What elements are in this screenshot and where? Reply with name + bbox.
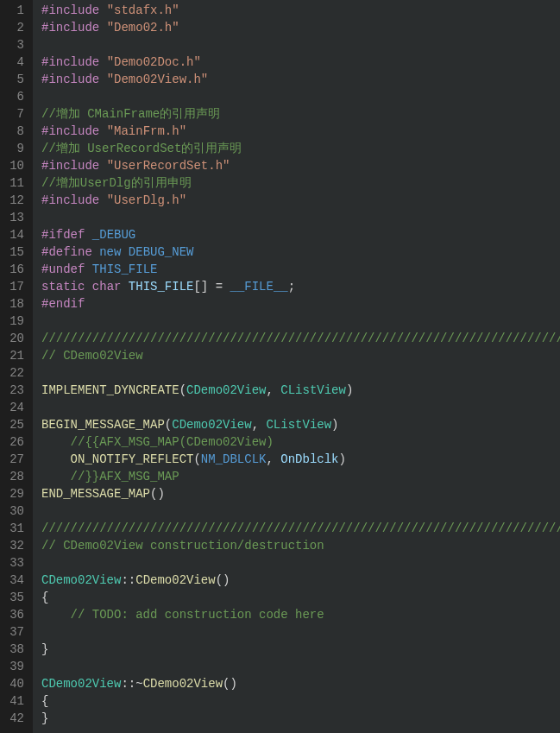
token-k: #include <box>41 124 99 138</box>
code-line[interactable]: // TODO: add construction code here <box>41 606 560 623</box>
code-line[interactable] <box>41 554 560 572</box>
code-line[interactable]: //{{AFX_MSG_MAP(CDemo02View) <box>41 433 560 451</box>
token-d: __FILE__ <box>230 280 287 294</box>
code-line[interactable]: // CDemo02View <box>41 347 560 364</box>
line-number[interactable]: 33 <box>3 554 24 572</box>
line-number[interactable]: 18 <box>3 295 24 313</box>
code-line[interactable]: #include "Demo02.h" <box>41 19 560 36</box>
token-f: BEGIN_MESSAGE_MAP <box>41 418 165 432</box>
code-line[interactable] <box>41 88 560 105</box>
code-line[interactable]: #include "UserDlg.h" <box>41 192 560 209</box>
line-number[interactable]: 5 <box>3 71 24 88</box>
code-line[interactable]: // CDemo02View construction/destruction <box>41 537 560 554</box>
line-number[interactable]: 31 <box>3 520 24 537</box>
code-line[interactable] <box>41 364 560 382</box>
code-line[interactable]: IMPLEMENT_DYNCREATE(CDemo02View, CListVi… <box>41 382 560 399</box>
line-number[interactable]: 6 <box>3 88 24 105</box>
line-number[interactable]: 15 <box>3 243 24 261</box>
line-number[interactable]: 14 <box>3 226 24 243</box>
line-number[interactable]: 39 <box>3 658 24 675</box>
code-line[interactable]: //增加 UserRecordSet的引用声明 <box>41 140 560 157</box>
code-line[interactable] <box>41 623 560 641</box>
code-line[interactable] <box>41 209 560 226</box>
code-line[interactable]: #endif <box>41 295 560 313</box>
token-f: CDemo02View <box>143 677 223 691</box>
code-line[interactable]: BEGIN_MESSAGE_MAP(CDemo02View, CListView… <box>41 416 560 433</box>
line-number[interactable]: 8 <box>3 123 24 140</box>
code-line[interactable] <box>41 502 560 520</box>
line-number[interactable]: 1 <box>3 2 24 19</box>
line-number[interactable]: 26 <box>3 433 24 451</box>
code-line[interactable]: } <box>41 710 560 727</box>
token-p: , <box>266 452 280 466</box>
line-number[interactable]: 2 <box>3 19 24 36</box>
code-line[interactable]: //增加 CMainFrame的引用声明 <box>41 105 560 123</box>
code-line[interactable]: #ifdef _DEBUG <box>41 226 560 243</box>
line-number[interactable]: 36 <box>3 606 24 623</box>
code-line[interactable]: #include "stdafx.h" <box>41 2 560 19</box>
line-number[interactable]: 11 <box>3 174 24 192</box>
code-line[interactable]: CDemo02View::CDemo02View() <box>41 572 560 589</box>
line-number[interactable]: 4 <box>3 54 24 71</box>
code-line[interactable]: #include "Demo02Doc.h" <box>41 54 560 71</box>
code-line[interactable]: ////////////////////////////////////////… <box>41 520 560 537</box>
line-number[interactable]: 28 <box>3 468 24 485</box>
line-number[interactable]: 40 <box>3 675 24 692</box>
code-area[interactable]: #include "stdafx.h"#include "Demo02.h" #… <box>33 0 560 733</box>
line-number[interactable]: 12 <box>3 192 24 209</box>
line-number[interactable]: 10 <box>3 157 24 174</box>
code-line[interactable]: #define new DEBUG_NEW <box>41 243 560 261</box>
code-line[interactable]: CDemo02View::~CDemo02View() <box>41 675 560 692</box>
line-number[interactable]: 21 <box>3 347 24 364</box>
line-number[interactable]: 9 <box>3 140 24 157</box>
code-line[interactable] <box>41 658 560 675</box>
code-line[interactable]: END_MESSAGE_MAP() <box>41 485 560 502</box>
line-number[interactable]: 35 <box>3 589 24 606</box>
token-k: #include <box>41 21 99 35</box>
code-line[interactable]: { <box>41 589 560 606</box>
line-number[interactable]: 32 <box>3 537 24 554</box>
token-s: "stdafx.h" <box>107 3 179 17</box>
token-t: CDemo02View <box>41 677 121 691</box>
line-number[interactable]: 34 <box>3 572 24 589</box>
line-number[interactable]: 17 <box>3 278 24 295</box>
code-line[interactable]: ON_NOTIFY_REFLECT(NM_DBLCLK, OnDblclk) <box>41 451 560 468</box>
code-line[interactable]: static char THIS_FILE[] = __FILE__; <box>41 278 560 295</box>
line-number[interactable]: 25 <box>3 416 24 433</box>
line-number[interactable]: 16 <box>3 261 24 278</box>
code-line[interactable]: #include "Demo02View.h" <box>41 71 560 88</box>
code-line[interactable] <box>41 399 560 416</box>
code-line[interactable]: #include "UserRecordSet.h" <box>41 157 560 174</box>
token-p <box>121 245 128 259</box>
code-line[interactable]: #undef THIS_FILE <box>41 261 560 278</box>
code-line[interactable]: } <box>41 641 560 658</box>
line-number[interactable]: 30 <box>3 502 24 520</box>
line-number[interactable]: 24 <box>3 399 24 416</box>
code-line[interactable] <box>41 36 560 54</box>
line-number[interactable]: 29 <box>3 485 24 502</box>
line-number[interactable]: 27 <box>3 451 24 468</box>
line-number[interactable]: 22 <box>3 364 24 382</box>
code-line[interactable] <box>41 313 560 330</box>
line-number[interactable]: 19 <box>3 313 24 330</box>
line-number[interactable]: 37 <box>3 623 24 641</box>
code-line[interactable]: { <box>41 692 560 710</box>
code-line[interactable]: ////////////////////////////////////////… <box>41 330 560 347</box>
token-p <box>41 608 71 622</box>
line-number[interactable]: 7 <box>3 105 24 123</box>
line-number[interactable]: 20 <box>3 330 24 347</box>
token-p: ) <box>339 452 346 466</box>
line-number[interactable]: 23 <box>3 382 24 399</box>
line-number[interactable]: 42 <box>3 710 24 727</box>
code-editor[interactable]: 1234567891011121314151617181920212223242… <box>0 0 560 733</box>
code-line[interactable]: //}}AFX_MSG_MAP <box>41 468 560 485</box>
code-line[interactable]: #include "MainFrm.h" <box>41 123 560 140</box>
line-number[interactable]: 13 <box>3 209 24 226</box>
token-d: THIS_FILE <box>92 262 158 276</box>
token-s: "MainFrm.h" <box>107 124 186 138</box>
line-number[interactable]: 41 <box>3 692 24 710</box>
line-number[interactable]: 3 <box>3 36 24 54</box>
code-line[interactable]: //增加UserDlg的引用申明 <box>41 174 560 192</box>
line-number[interactable]: 38 <box>3 641 24 658</box>
line-number-gutter[interactable]: 1234567891011121314151617181920212223242… <box>0 0 33 733</box>
